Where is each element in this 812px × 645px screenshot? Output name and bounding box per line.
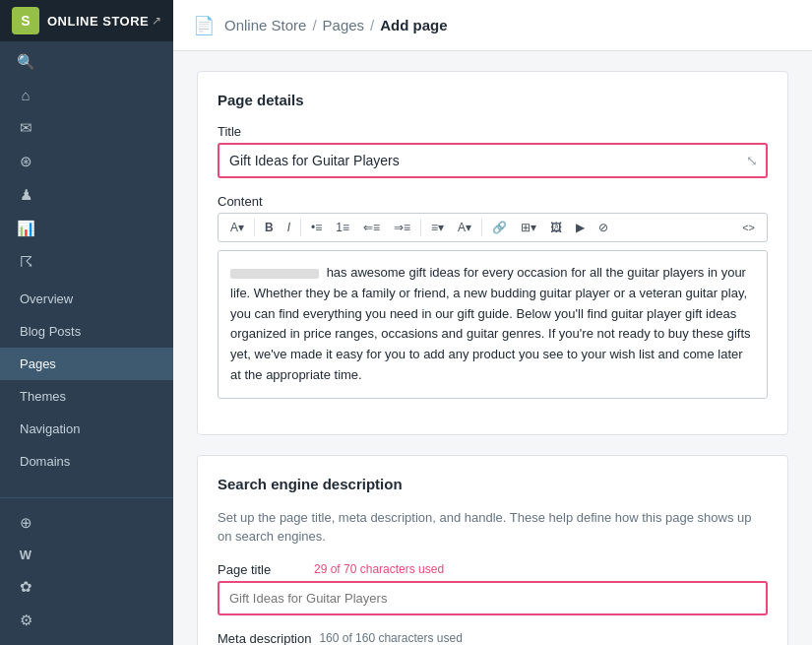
toolbar-sep-4 [481, 219, 482, 236]
toolbar-align-btn[interactable]: ≡▾ [425, 218, 450, 237]
editor-placeholder [230, 269, 319, 279]
search-icon: 🔍 [16, 53, 35, 71]
editor-toolbar: A▾ B I •≡ 1≡ ⇐≡ ⇒≡ ≡▾ A▾ 🔗 ⊞▾ 🖼 ▶ [218, 213, 768, 242]
seo-meta-count: 160 of 160 characters used [319, 631, 462, 645]
page-details-card: Page details Title ⤡ Content A▾ B I [197, 71, 788, 435]
sidebar-bottom: ⊕ W ✿ ⚙ [0, 497, 173, 645]
page-content: Page details Title ⤡ Content A▾ B I [173, 51, 812, 645]
breadcrumb-part1[interactable]: Online Store [224, 17, 306, 33]
page-icon: 📄 [193, 15, 215, 36]
globe-icon: ⊕ [16, 514, 35, 532]
channels-icon: W [16, 548, 35, 562]
shopify-logo: S [12, 7, 39, 34]
toolbar-clear-btn[interactable]: ⊘ [593, 218, 614, 237]
breadcrumb-sep1: / [312, 17, 316, 33]
topbar: 📄 Online Store / Pages / Add page [173, 0, 812, 51]
breadcrumb: Online Store / Pages / Add page [224, 17, 448, 33]
sidebar-item-domains[interactable]: Domains [0, 445, 173, 478]
title-input[interactable] [219, 145, 766, 176]
customers-icon: ♟ [16, 186, 35, 204]
seo-page-title-group: Page title 29 of 70 characters used [218, 562, 768, 615]
home-icon: ⌂ [16, 87, 35, 103]
marketing-icon: ☈ [16, 253, 35, 271]
analytics-icon: 📊 [16, 220, 35, 237]
main-content: 📄 Online Store / Pages / Add page Page d… [173, 0, 812, 645]
sidebar-nav: Overview Blog Posts Pages Themes Navigat… [0, 283, 173, 497]
expand-icon: ⤡ [746, 153, 758, 168]
sidebar-item-home[interactable]: ⌂ [0, 79, 173, 111]
toolbar-font-btn[interactable]: A▾ [224, 218, 250, 237]
seo-card: Search engine description Set up the pag… [197, 455, 788, 645]
toolbar-bold-btn[interactable]: B [259, 218, 280, 237]
toolbar-outdent-btn[interactable]: ⇐≡ [357, 218, 386, 237]
sidebar-item-channels[interactable]: W [0, 540, 173, 570]
tag-icon: ⊛ [16, 153, 35, 170]
seo-page-title-row: Page title 29 of 70 characters used [218, 562, 768, 577]
title-label: Title [218, 124, 768, 139]
sidebar-icon-rail: 🔍 ⌂ ✉ ⊛ ♟ 📊 ☈ [0, 41, 173, 283]
seo-meta-label: Meta description [218, 631, 311, 645]
toolbar-sep-1 [254, 219, 255, 236]
seo-page-title-wrapper [218, 581, 768, 615]
sidebar-item-analytics[interactable]: 📊 [0, 212, 173, 245]
toolbar-color-btn[interactable]: A▾ [452, 218, 477, 237]
sidebar-item-globe[interactable]: ⊕ [0, 506, 173, 540]
toolbar-bullet-btn[interactable]: •≡ [305, 218, 328, 237]
sidebar-item-themes[interactable]: Themes [0, 380, 173, 413]
seo-meta-row: Meta description 160 of 160 characters u… [218, 631, 768, 645]
toolbar-sep-2 [300, 219, 301, 236]
seo-page-title-count: 29 of 70 characters used [314, 562, 444, 576]
sidebar-item-marketing[interactable]: ☈ [0, 245, 173, 279]
puzzle-icon: ✿ [16, 578, 35, 596]
seo-title: Search engine description [218, 476, 768, 492]
sidebar-item-products[interactable]: ⊛ [0, 145, 173, 178]
toolbar-numbered-btn[interactable]: 1≡ [330, 218, 355, 237]
breadcrumb-current: Add page [380, 17, 447, 33]
sidebar-item-overview[interactable]: Overview [0, 283, 173, 315]
sidebar-item-pages[interactable]: Pages [0, 348, 173, 380]
sidebar-item-plugins[interactable]: ✿ [0, 570, 173, 604]
seo-page-title-input[interactable] [219, 583, 766, 613]
orders-icon: ✉ [16, 119, 35, 137]
sidebar-item-blog-posts[interactable]: Blog Posts [0, 315, 173, 348]
toolbar-table-btn[interactable]: ⊞▾ [515, 218, 542, 237]
toolbar-sep-3 [420, 219, 421, 236]
settings-icon: ⚙ [16, 612, 35, 629]
breadcrumb-sep2: / [370, 17, 374, 33]
sidebar-item-navigation[interactable]: Navigation [0, 413, 173, 445]
seo-page-title-label: Page title [218, 562, 306, 577]
toolbar-indent-btn[interactable]: ⇒≡ [388, 218, 416, 237]
sidebar-header[interactable]: S ONLINE STORE ↗ [0, 0, 173, 41]
sidebar: S ONLINE STORE ↗ 🔍 ⌂ ✉ ⊛ ♟ 📊 ☈ Overview [0, 0, 173, 645]
toolbar-link-btn[interactable]: 🔗 [486, 218, 513, 237]
toolbar-image-btn[interactable]: 🖼 [544, 218, 568, 237]
seo-meta-group: Meta description 160 of 160 characters u… [218, 631, 768, 645]
breadcrumb-part2[interactable]: Pages [323, 17, 365, 33]
toolbar-video-btn[interactable]: ▶ [570, 218, 591, 237]
editor-content: has awesome gift ideas for every occasio… [230, 265, 751, 382]
sidebar-item-customers[interactable]: ♟ [0, 178, 173, 212]
content-editor[interactable]: has awesome gift ideas for every occasio… [218, 250, 768, 399]
content-label: Content [218, 194, 768, 209]
sidebar-item-search[interactable]: 🔍 [0, 45, 173, 79]
toolbar-source-btn[interactable]: <> [736, 219, 761, 236]
external-link-icon[interactable]: ↗ [152, 14, 161, 28]
title-input-wrapper: ⤡ [218, 143, 768, 178]
seo-description: Set up the page title, meta description,… [218, 508, 768, 547]
store-name-label: ONLINE STORE [47, 14, 149, 29]
sidebar-item-orders[interactable]: ✉ [0, 111, 173, 145]
title-group: Title ⤡ [218, 124, 768, 178]
toolbar-italic-btn[interactable]: I [281, 218, 296, 237]
page-details-title: Page details [218, 92, 768, 108]
content-group: Content A▾ B I •≡ 1≡ ⇐≡ ⇒≡ ≡▾ A▾ 🔗 [218, 194, 768, 399]
sidebar-item-settings[interactable]: ⚙ [0, 604, 173, 637]
